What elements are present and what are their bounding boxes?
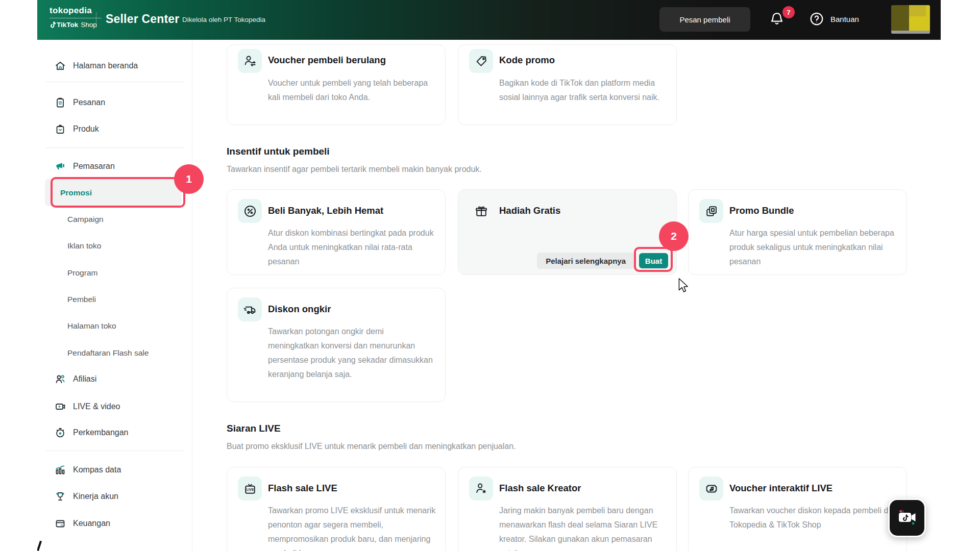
notifications-button[interactable]: 7 (769, 10, 788, 30)
card-title: Promo Bundle (729, 205, 794, 216)
buyer-messages-button[interactable]: Pesan pembeli (659, 7, 750, 32)
sidebar-item-pemasaran[interactable]: Pemasaran (37, 156, 190, 177)
home-icon (54, 60, 66, 72)
card-voucher-pembeli-berulang[interactable]: Voucher pembeli berulang Voucher untuk p… (227, 44, 446, 125)
card-title: Diskon ongkir (268, 304, 331, 315)
section-subtitle-insentif: Tawarkan insentif agar pembeli tertarik … (227, 165, 482, 174)
sidebar-item-perkembangan[interactable]: Perkembangan (37, 422, 190, 443)
card-diskon-ongkir[interactable]: Diskon ongkir Tawarkan potongan ongkir d… (227, 288, 446, 402)
card-title: Kode promo (499, 55, 555, 66)
card-body: Tawarkan potongan ongkir demi meningkatk… (268, 324, 436, 382)
person-star-icon (469, 477, 493, 500)
sidebar-item-live-video[interactable]: LIVE & video (37, 396, 190, 417)
help-button[interactable]: Bantuan (809, 11, 859, 27)
card-flash-sale-kreator[interactable]: Flash sale Kreator Jaring makin banyak p… (458, 467, 677, 551)
sidebar-item-halaman-toko[interactable]: Halaman toko (37, 316, 190, 336)
learn-more-button[interactable]: Pelajari selengkapnya (537, 253, 634, 269)
sidebar-item-afiliasi[interactable]: Afiliasi (37, 369, 190, 389)
sidebar-item-produk[interactable]: Produk (37, 119, 190, 139)
sidebar-nav: Halaman beranda Pesanan Produk Pemasaran… (37, 40, 192, 551)
create-button[interactable]: Buat (639, 253, 668, 268)
shop-label: Shop (81, 21, 97, 29)
card-body: Atur diskon kombinasi bertingkat pada pr… (268, 226, 436, 269)
sidebar-item-iklan-toko[interactable]: Iklan toko (37, 236, 190, 256)
sidebar-label: Perkembangan (73, 428, 129, 437)
delivery-truck-icon (238, 297, 262, 321)
sidebar-item-keuangan[interactable]: Keuangan (37, 513, 190, 534)
card-body: Tawarkan voucher diskon kepada pembeli d… (729, 504, 898, 532)
question-circle-icon (809, 11, 824, 27)
sidebar-label: Promosi (60, 188, 92, 197)
help-label: Bantuan (830, 15, 859, 23)
card-body: Voucher untuk pembeli yang telah beberap… (268, 76, 436, 105)
sidebar-item-campaign[interactable]: Campaign (37, 209, 190, 230)
stopwatch-star-icon (54, 427, 66, 439)
logo-divider-line (50, 18, 102, 18)
product-bag-icon (54, 123, 66, 135)
card-kode-promo[interactable]: Kode promo Bagikan kode di TikTok dan pl… (458, 44, 677, 125)
tiktok-live-camera-icon (895, 508, 919, 528)
sidebar-label: Halaman beranda (73, 61, 138, 70)
sidebar-label: Pembeli (67, 295, 96, 304)
sidebar-label: Pendaftaran Flash sale (67, 348, 149, 358)
sidebar-label: Campaign (67, 215, 104, 224)
card-title: Flash sale Kreator (499, 483, 581, 494)
sidebar-item-pembeli[interactable]: Pembeli (37, 289, 190, 310)
svg-text:LIVE: LIVE (246, 488, 254, 491)
tokopedia-tiktok-logo: tokopedia TikTok Shop (50, 6, 111, 29)
sidebar-item-kompas-data[interactable]: Kompas data (37, 460, 190, 480)
card-voucher-interaktif-live[interactable]: Voucher interaktif LIVE Tawarkan voucher… (688, 467, 907, 551)
sidebar-item-pesanan[interactable]: Pesanan (37, 92, 190, 113)
sidebar-label: Afiliasi (73, 374, 96, 384)
gift-icon (469, 199, 493, 223)
ticket-note-icon (699, 477, 723, 500)
card-title: Voucher interaktif LIVE (729, 483, 832, 494)
sidebar-item-program[interactable]: Program (37, 263, 190, 283)
sidebar-item-pendaftaran-flash-sale[interactable]: Pendaftaran Flash sale (37, 343, 190, 363)
card-flash-sale-live[interactable]: LIVE Flash sale LIVE Tawarkan promo LIVE… (227, 467, 446, 551)
sidebar-label: Produk (73, 124, 99, 134)
sidebar-divider (45, 82, 184, 82)
avatar-bottom-strip (891, 31, 930, 34)
card-body: Bagikan kode di TikTok dan platform medi… (499, 76, 668, 105)
account-avatar[interactable] (891, 5, 930, 34)
sidebar-item-halaman-beranda[interactable]: Halaman beranda (37, 56, 190, 76)
sidebar-label: Kinerja akun (73, 492, 118, 501)
sidebar-item-promosi[interactable]: Promosi (37, 183, 190, 203)
sidebar-label: LIVE & video (73, 402, 120, 411)
trophy-icon (54, 490, 66, 503)
app-window: tokopedia TikTok Shop Seller Center Dike… (37, 0, 941, 551)
notification-count-badge: 7 (782, 6, 795, 18)
price-tag-icon (469, 49, 493, 73)
person-repeat-icon (238, 49, 262, 73)
bar-chart-arrow-icon (54, 464, 66, 476)
tiktok-live-floating-button[interactable] (888, 498, 926, 537)
megaphone-icon (54, 160, 66, 172)
card-title: Voucher pembeli berulang (268, 55, 386, 66)
card-promo-bundle[interactable]: Promo Bundle Atur harga spesial untuk pe… (688, 189, 907, 275)
tiktok-shop-wordmark: TikTok Shop (50, 21, 111, 29)
card-title: Beli Banyak, Lebih Hemat (268, 205, 383, 216)
card-body: Jaring makin banyak pembeli baru dengan … (499, 504, 668, 551)
sidebar-label: Pemasaran (73, 162, 115, 171)
card-hadiah-gratis[interactable]: Hadiah Gratis Pelajari selengkapnya Buat (458, 189, 677, 275)
top-header: tokopedia TikTok Shop Seller Center Dike… (37, 0, 941, 40)
card-body: Atur harga spesial untuk pembelian beber… (729, 226, 898, 269)
sidebar-item-kinerja-akun[interactable]: Kinerja akun (37, 486, 190, 507)
section-title-siaran-live: Siaran LIVE (227, 423, 281, 434)
header-divider (96, 12, 96, 28)
credit-card-icon (54, 517, 66, 530)
percent-circle-icon (238, 199, 262, 223)
affiliate-people-icon (54, 373, 66, 385)
sidebar-label: Iklan toko (67, 241, 101, 251)
card-beli-banyak-lebih-hemat[interactable]: Beli Banyak, Lebih Hemat Atur diskon kom… (227, 189, 446, 275)
sidebar-divider (45, 147, 184, 148)
page-title: Seller Center (106, 12, 180, 26)
card-hover-actions: Pelajari selengkapnya Buat (537, 253, 668, 269)
sidebar-label: Keuangan (73, 519, 110, 528)
sidebar-label: Pesanan (73, 98, 105, 107)
avatar-pixel-block (909, 5, 926, 16)
card-title: Flash sale LIVE (268, 483, 337, 494)
tokopedia-wordmark: tokopedia (50, 6, 111, 16)
sidebar-label: Halaman toko (67, 321, 116, 331)
